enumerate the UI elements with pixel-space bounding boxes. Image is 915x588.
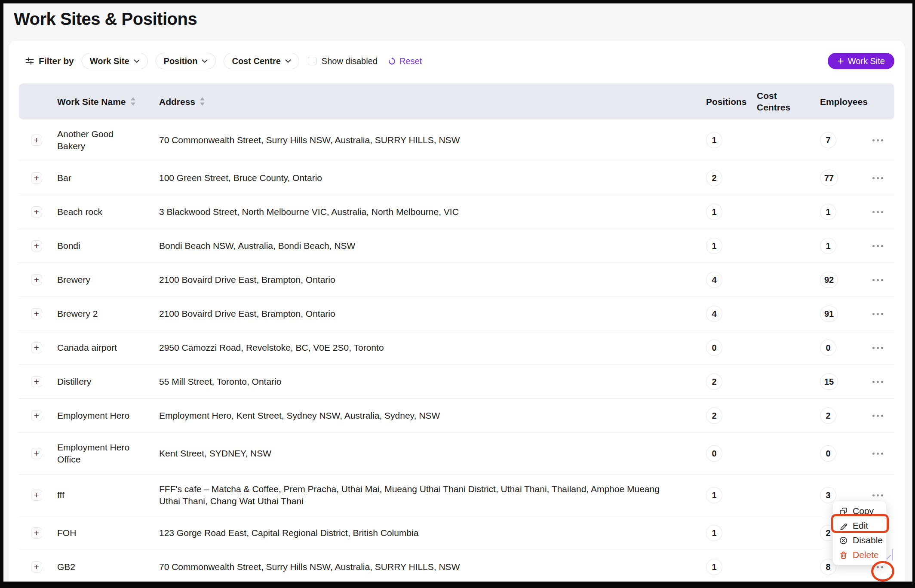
positions-count-badge: 2 xyxy=(706,170,722,186)
actions-cell xyxy=(854,175,894,182)
employees-count-badge: 77 xyxy=(820,170,838,186)
table-row: + Distillery 55 Mill Street, Toronto, On… xyxy=(19,365,894,399)
row-actions-menu-button[interactable] xyxy=(872,208,884,216)
expand-row-button[interactable]: + xyxy=(31,206,42,217)
expand-row-button[interactable]: + xyxy=(31,135,42,146)
show-disabled-group: Show disabled xyxy=(308,56,378,66)
row-actions-menu-button[interactable] xyxy=(872,344,884,352)
work-site-filter-dropdown[interactable]: Work Site xyxy=(82,53,148,69)
work-site-name-cell: Beach rock xyxy=(48,206,154,218)
row-actions-menu-button[interactable] xyxy=(872,242,884,250)
positions-cell: 4 xyxy=(687,272,739,288)
employees-count-badge: 92 xyxy=(820,272,838,288)
actions-cell xyxy=(854,378,894,386)
header-cost-centres: Cost Centres xyxy=(739,90,801,113)
expand-row-button[interactable]: + xyxy=(31,172,42,184)
employees-count-badge: 7 xyxy=(820,132,836,148)
employees-cell: 77 xyxy=(801,170,854,186)
screenshot-frame: Work Sites & Positions Filter by Work Si… xyxy=(0,0,915,588)
row-actions-menu-button[interactable] xyxy=(872,378,884,386)
work-site-name-cell: Bondi xyxy=(48,240,154,252)
add-work-site-button[interactable]: + Work Site xyxy=(828,53,894,69)
cost-centre-filter-label: Cost Centre xyxy=(232,56,280,66)
positions-count-badge: 1 xyxy=(706,132,722,148)
sort-icon[interactable] xyxy=(200,97,205,106)
sort-icon[interactable] xyxy=(130,97,136,106)
expand-cell: + xyxy=(19,490,48,501)
table-row: + Canada airport 2950 Camozzi Road, Reve… xyxy=(19,331,894,365)
employees-cell: 92 xyxy=(801,272,854,288)
work-sites-table: Work Site Name Address Positions xyxy=(19,83,894,582)
expand-row-button[interactable]: + xyxy=(31,490,42,501)
address-cell: Bondi Beach NSW, Australia, Bondi Beach,… xyxy=(154,240,687,252)
positions-cell: 1 xyxy=(687,238,739,254)
positions-count-badge: 0 xyxy=(706,340,722,356)
positions-count-badge: 1 xyxy=(706,559,722,575)
header-positions: Positions xyxy=(687,96,739,107)
employees-cell: 0 xyxy=(801,445,854,462)
employees-count-badge: 0 xyxy=(820,445,836,462)
table-row: + FOH 123 Gorge Road East, Capital Regio… xyxy=(19,516,894,550)
table-row: + Employment Hero Employment Hero, Kent … xyxy=(19,399,894,433)
positions-cell: 2 xyxy=(687,170,739,186)
row-actions-menu-button[interactable] xyxy=(872,310,884,318)
expand-row-button[interactable]: + xyxy=(31,342,42,353)
work-site-name-cell: Bar xyxy=(48,172,154,184)
employees-count-badge: 2 xyxy=(820,407,836,424)
work-sites-page: Work Sites & Positions Filter by Work Si… xyxy=(3,3,912,582)
expand-row-button[interactable]: + xyxy=(31,308,42,319)
positions-cell: 1 xyxy=(687,559,739,575)
employees-cell: 0 xyxy=(801,340,854,356)
row-actions-menu-button[interactable] xyxy=(872,137,884,144)
actions-cell xyxy=(854,412,894,420)
expand-row-button[interactable]: + xyxy=(31,240,42,251)
reset-filters-button[interactable]: Reset xyxy=(388,56,422,66)
work-site-name-cell: Employment Hero xyxy=(48,410,154,422)
edit-pencil-icon xyxy=(839,522,847,530)
work-site-filter-label: Work Site xyxy=(90,56,129,66)
header-address[interactable]: Address xyxy=(154,96,687,107)
table-row: + Employment Hero Office Kent Street, SY… xyxy=(19,433,894,475)
positions-count-badge: 1 xyxy=(706,525,722,541)
expand-row-button[interactable]: + xyxy=(31,527,42,539)
employees-cell: 15 xyxy=(801,374,854,390)
positions-count-badge: 2 xyxy=(706,407,722,424)
expand-cell: + xyxy=(19,376,48,387)
expand-row-button[interactable]: + xyxy=(31,376,42,387)
disable-circle-x-icon xyxy=(839,536,847,545)
filter-sliders-icon xyxy=(25,56,34,66)
row-actions-menu-button[interactable] xyxy=(872,276,884,284)
table-row: + Bar 100 Green Street, Bruce County, On… xyxy=(19,161,894,195)
table-row: + Brewery 2 2100 Bovaird Drive East, Bra… xyxy=(19,297,894,331)
positions-count-badge: 1 xyxy=(706,238,722,254)
employees-cell: 2 xyxy=(801,407,854,424)
work-site-name-cell: Canada airport xyxy=(48,342,154,354)
positions-cell: 1 xyxy=(687,487,739,503)
employees-count-badge: 1 xyxy=(820,238,836,254)
expand-row-button[interactable]: + xyxy=(31,561,42,573)
expand-cell: + xyxy=(19,240,48,251)
cost-centre-filter-dropdown[interactable]: Cost Centre xyxy=(224,53,299,69)
expand-row-button[interactable]: + xyxy=(31,274,42,285)
work-site-name-cell: Employment Hero Office xyxy=(48,441,154,466)
menu-item-copy[interactable]: Copy xyxy=(833,504,886,518)
row-actions-menu-button[interactable] xyxy=(872,450,884,457)
work-site-name-cell: Distillery xyxy=(48,376,154,388)
row-actions-menu-button[interactable] xyxy=(872,412,884,420)
expand-row-button[interactable]: + xyxy=(31,448,42,459)
menu-item-disable[interactable]: Disable xyxy=(833,533,886,548)
employees-cell: 1 xyxy=(801,204,854,220)
address-cell: Employment Hero, Kent Street, Sydney NSW… xyxy=(154,410,687,422)
show-disabled-checkbox[interactable] xyxy=(308,57,316,65)
row-actions-menu-button[interactable] xyxy=(872,492,884,499)
header-work-site-name[interactable]: Work Site Name xyxy=(48,96,154,107)
reset-circular-arrow-icon xyxy=(388,57,396,65)
employees-count-badge: 1 xyxy=(820,204,836,220)
positions-cell: 2 xyxy=(687,407,739,424)
menu-item-delete[interactable]: Delete xyxy=(833,548,886,562)
row-actions-menu-button[interactable] xyxy=(872,175,884,182)
position-filter-dropdown[interactable]: Position xyxy=(156,53,216,69)
expand-row-button[interactable]: + xyxy=(31,410,42,421)
chevron-down-icon xyxy=(285,59,291,63)
menu-item-edit[interactable]: Edit xyxy=(833,518,886,533)
